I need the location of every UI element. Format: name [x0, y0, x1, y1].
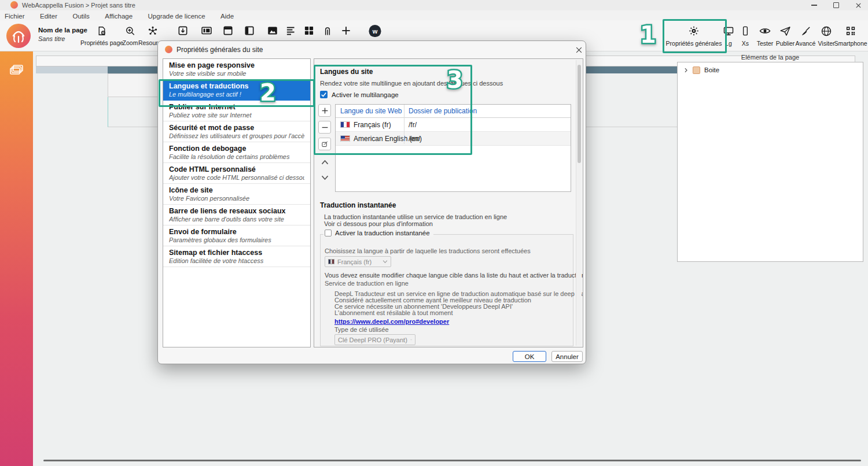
nav-item-social-bar[interactable]: Barre de liens de reseaux sociaux Affich… — [163, 205, 310, 225]
box-element-button[interactable] — [201, 25, 213, 39]
globe-icon — [821, 25, 832, 37]
general-properties-button[interactable] — [689, 25, 700, 39]
key-type-dropdown[interactable]: Clé Deepl PRO (Payant) — [334, 334, 415, 345]
broom-icon — [800, 25, 811, 37]
nav-item-security[interactable]: Sécurité et mot de passe Définissez les … — [163, 121, 310, 142]
close-button[interactable] — [849, 0, 867, 10]
nav-item-title: Sécurité et mot de passe — [169, 124, 304, 132]
menu-upgrade[interactable]: Upgrade de licence — [148, 13, 205, 20]
left-rail — [0, 51, 33, 466]
save-button[interactable] — [177, 25, 189, 39]
add-language-button[interactable] — [318, 104, 331, 117]
source-language-dropdown[interactable]: Français (fr) — [325, 256, 391, 267]
ok-button[interactable]: OK — [513, 351, 546, 362]
chevron-up-icon — [321, 159, 329, 165]
advanced-button[interactable] — [800, 25, 811, 39]
settings-scrollbar-track[interactable] — [576, 60, 582, 346]
smartphone-qr-button[interactable] — [845, 25, 856, 39]
nav-item-subtitle: Le multilangage est actif ! — [169, 91, 304, 98]
mobile-view-button[interactable] — [740, 25, 751, 39]
zoom-label: Zoom — [123, 39, 138, 46]
languages-section-title: Langues du site — [320, 68, 373, 76]
nav-item-debug[interactable]: Fonction de debogage Facilite la résolut… — [163, 142, 310, 163]
w-badge-button[interactable]: w — [369, 25, 381, 37]
menu-aide[interactable]: Aide — [220, 13, 234, 20]
add-element-button[interactable] — [340, 25, 352, 39]
dialog-settings-panel: Langues du site Rendez votre site multil… — [314, 58, 583, 347]
advanced-label: Avancé — [796, 40, 816, 47]
text-lines-icon — [286, 25, 297, 36]
nav-item-publish[interactable]: Publier sur Internet Publiez votre site … — [163, 101, 310, 121]
nav-item-title: Langues et traductions — [169, 82, 304, 90]
canvas-band-left — [36, 66, 108, 73]
horizontal-scrollbar[interactable] — [43, 460, 861, 461]
languages-table: Langue du site Web Dossier de publicatio… — [335, 104, 571, 192]
maximize-button[interactable] — [827, 0, 845, 10]
enable-translation-checkbox-row[interactable]: Activer la traduction instantanée — [323, 230, 433, 236]
enable-translation-label: Activer la traduction instantanée — [335, 230, 430, 236]
chevron-down-icon — [321, 175, 329, 181]
elements-panel-title: Eléments de la page — [677, 54, 863, 61]
nav-item-title: Envoi de formulaire — [169, 228, 304, 236]
move-up-button[interactable] — [318, 156, 331, 168]
language-row-en[interactable]: American English (en) /en/ — [336, 132, 571, 146]
column-element-button[interactable] — [244, 25, 255, 39]
image-element-button[interactable] — [267, 25, 278, 38]
test-button[interactable] — [759, 26, 771, 38]
nav-item-subtitle: Ajouter votre code HTML personnalisé ci … — [169, 174, 304, 181]
auth-key-label: Clé d'authentification Deepl Translate — [334, 346, 440, 347]
edit-language-button[interactable] — [318, 138, 331, 150]
cancel-button[interactable]: Annuler — [551, 351, 583, 362]
gear-icon — [689, 25, 700, 36]
zoom-button[interactable] — [125, 25, 136, 39]
nav-item-languages[interactable]: Langues et traductions Le multilangage e… — [163, 80, 310, 101]
nav-item-subtitle: Votre Favicon personnalisée — [169, 195, 304, 202]
checkbox-checked-icon[interactable] — [320, 91, 328, 98]
menu-outils[interactable]: Outils — [72, 13, 89, 20]
nav-item-favicon[interactable]: Icône de site Votre Favicon personnalisé… — [163, 184, 310, 205]
button-element-button[interactable] — [322, 25, 333, 39]
nav-item-subtitle: Facilite la résolution de certains probl… — [169, 153, 304, 160]
tree-item-boite[interactable]: Boite — [678, 65, 863, 76]
remove-language-button[interactable] — [318, 121, 331, 134]
nav-item-title: Barre de liens de reseaux sociaux — [169, 207, 304, 215]
nav-item-custom-html[interactable]: Code HTML personnalisé Ajouter votre cod… — [163, 163, 310, 184]
window-title: WebAcappella Fusion > Projet sans titre — [22, 2, 135, 9]
page-properties-button[interactable] — [97, 25, 108, 39]
box-layout-icon — [201, 25, 213, 36]
nav-item-responsive[interactable]: Mise en page responsive Votre site visib… — [163, 59, 310, 80]
visit-button[interactable] — [821, 25, 832, 39]
minimize-button[interactable] — [806, 0, 823, 10]
image-icon — [267, 25, 278, 36]
dialog-close-button[interactable] — [573, 45, 584, 55]
multilang-checkbox-row[interactable]: Activer le multilangage — [320, 91, 399, 98]
deepl-link[interactable]: https://www.deepl.com/pro#developer — [334, 318, 449, 325]
publish-folder: /fr/ — [404, 121, 417, 129]
site-properties-dialog: Propriétés générales du site Mise en pag… — [157, 40, 586, 364]
boite-element-icon — [693, 66, 700, 74]
grid-element-button[interactable] — [303, 25, 315, 39]
nav-item-sitemap[interactable]: Sitemap et fichier htaccess Edition faci… — [163, 246, 310, 267]
brand-logo — [6, 23, 31, 51]
checkbox-unchecked-icon[interactable] — [325, 230, 332, 236]
publish-button[interactable] — [779, 25, 791, 39]
nav-item-form[interactable]: Envoi de formulaire Paramètres globaux d… — [163, 225, 310, 246]
chevron-right-icon[interactable] — [682, 66, 690, 74]
move-down-button[interactable] — [318, 172, 331, 183]
settings-scrollbar-thumb[interactable] — [578, 65, 581, 163]
desktop-view-button[interactable] — [723, 25, 734, 39]
resources-button[interactable] — [148, 25, 159, 39]
menu-affichage[interactable]: Affichage — [105, 13, 133, 20]
header-element-button[interactable] — [222, 25, 234, 39]
menu-editer[interactable]: Editer — [40, 13, 57, 20]
page-properties-label: Propriétés page — [80, 39, 123, 46]
w-badge-icon: w — [369, 25, 381, 37]
pages-icon[interactable] — [9, 64, 25, 81]
column-layout-icon — [244, 25, 255, 36]
language-row-fr[interactable]: Français (fr) /fr/ — [336, 118, 571, 132]
dialog-logo-icon — [165, 46, 172, 53]
menu-fichier[interactable]: Fichier — [5, 13, 25, 20]
text-element-button[interactable] — [286, 25, 297, 38]
nav-item-subtitle: Publiez votre site sur Internet — [169, 112, 304, 119]
eye-icon — [759, 26, 771, 36]
